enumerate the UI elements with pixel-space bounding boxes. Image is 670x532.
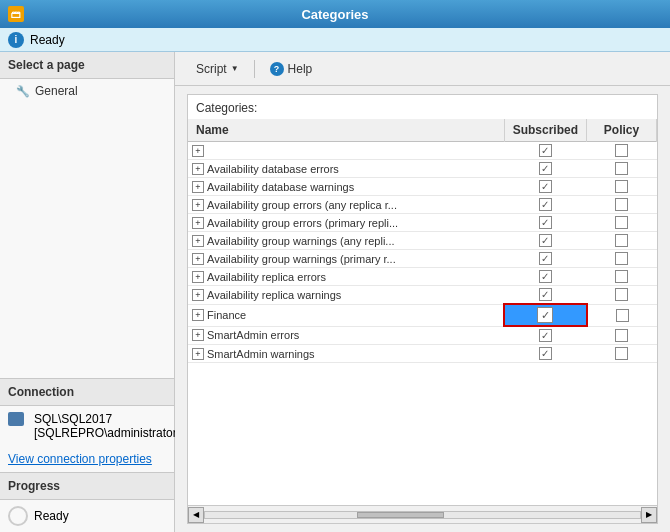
table-row: + [188, 142, 657, 160]
policy-checkbox[interactable] [615, 216, 628, 229]
scroll-right-button[interactable]: ▶ [641, 507, 657, 523]
row-policy-cell[interactable] [587, 345, 657, 363]
policy-checkbox[interactable] [616, 309, 629, 322]
subscribed-checkbox[interactable] [539, 198, 552, 211]
policy-checkbox[interactable] [615, 288, 628, 301]
table-row: +Availability database errors [188, 160, 657, 178]
row-subscribed-cell[interactable] [504, 160, 586, 178]
policy-checkbox[interactable] [615, 234, 628, 247]
expand-button[interactable]: + [192, 163, 204, 175]
scroll-thumb[interactable] [357, 512, 444, 518]
row-policy-cell[interactable] [587, 214, 657, 232]
expand-button[interactable]: + [192, 329, 204, 341]
row-policy-cell[interactable] [587, 268, 657, 286]
scroll-area: ◀ ▶ [188, 505, 657, 523]
policy-checkbox[interactable] [615, 162, 628, 175]
row-policy-cell[interactable] [587, 286, 657, 305]
row-policy-cell[interactable] [587, 250, 657, 268]
expand-button[interactable]: + [192, 348, 204, 360]
categories-data-table: Name Subscribed Policy ++Availability da… [188, 119, 657, 363]
row-policy-cell[interactable] [587, 304, 657, 326]
sidebar-item-label: General [35, 84, 78, 98]
row-name-cell: +Availability group warnings (any repli.… [188, 232, 504, 250]
server-instance: SQL\SQL2017 [34, 412, 180, 426]
row-subscribed-cell[interactable]: ✓ [504, 304, 586, 326]
table-row: +Availability replica warnings [188, 286, 657, 305]
row-name-text: Availability replica warnings [207, 289, 341, 301]
scroll-left-button[interactable]: ◀ [188, 507, 204, 523]
window-title: Categories [301, 7, 368, 22]
table-row: +Availability group warnings (any repli.… [188, 232, 657, 250]
row-subscribed-cell[interactable] [504, 345, 586, 363]
subscribed-checkbox[interactable] [539, 162, 552, 175]
progress-section: Progress Ready [0, 472, 174, 532]
view-connection-link[interactable]: View connection properties [0, 446, 174, 472]
row-policy-cell[interactable] [587, 326, 657, 345]
row-name-text: SmartAdmin warnings [207, 348, 315, 360]
categories-label: Categories: [188, 95, 657, 119]
row-policy-cell[interactable] [587, 196, 657, 214]
row-subscribed-cell[interactable] [504, 250, 586, 268]
expand-button[interactable]: + [192, 217, 204, 229]
expand-button[interactable]: + [192, 145, 204, 157]
subscribed-checkbox[interactable] [539, 180, 552, 193]
subscribed-checkbox[interactable] [539, 144, 552, 157]
row-subscribed-cell[interactable] [504, 196, 586, 214]
expand-button[interactable]: + [192, 199, 204, 211]
connection-title: Connection [0, 379, 174, 406]
subscribed-checkbox[interactable] [539, 329, 552, 342]
policy-checkbox[interactable] [615, 329, 628, 342]
sidebar-item-general[interactable]: 🔧 General [0, 79, 174, 103]
policy-checkbox[interactable] [615, 252, 628, 265]
table-row: +SmartAdmin warnings [188, 345, 657, 363]
title-bar: 🗃 Categories [0, 0, 670, 28]
row-policy-cell[interactable] [587, 142, 657, 160]
row-subscribed-cell[interactable] [504, 142, 586, 160]
row-name-cell: +Availability database errors [188, 160, 504, 178]
expand-button[interactable]: + [192, 181, 204, 193]
row-name-text: Availability group warnings (primary r..… [207, 253, 396, 265]
subscribed-checkbox[interactable] [539, 270, 552, 283]
policy-checkbox[interactable] [615, 198, 628, 211]
policy-checkbox[interactable] [615, 144, 628, 157]
expand-button[interactable]: + [192, 289, 204, 301]
table-row: +Finance✓ [188, 304, 657, 326]
expand-button[interactable]: + [192, 271, 204, 283]
help-button[interactable]: ? Help [261, 59, 322, 79]
script-button[interactable]: Script ▼ [187, 59, 248, 79]
row-subscribed-cell[interactable] [504, 214, 586, 232]
row-subscribed-cell[interactable] [504, 178, 586, 196]
policy-checkbox[interactable] [615, 347, 628, 360]
row-policy-cell[interactable] [587, 232, 657, 250]
expand-button[interactable]: + [192, 235, 204, 247]
row-policy-cell[interactable] [587, 178, 657, 196]
scroll-track[interactable] [204, 511, 641, 519]
row-name-cell: +Availability group errors (any replica … [188, 196, 504, 214]
col-subscribed-header: Subscribed [504, 119, 586, 142]
row-name-text: Availability database warnings [207, 181, 354, 193]
row-subscribed-cell[interactable] [504, 232, 586, 250]
row-subscribed-cell[interactable] [504, 286, 586, 305]
subscribed-checkbox[interactable] [539, 288, 552, 301]
policy-checkbox[interactable] [615, 180, 628, 193]
subscribed-checkbox[interactable] [539, 234, 552, 247]
col-name-header: Name [188, 119, 504, 142]
table-row: +Availability group warnings (primary r.… [188, 250, 657, 268]
row-subscribed-cell[interactable] [504, 268, 586, 286]
row-name-cell: +Availability group warnings (primary r.… [188, 250, 504, 268]
subscribed-checkbox[interactable] [539, 347, 552, 360]
policy-checkbox[interactable] [615, 270, 628, 283]
row-subscribed-cell[interactable] [504, 326, 586, 345]
connection-details: SQL\SQL2017 [SQLREPRO\administrator] [34, 412, 180, 440]
table-row: +Availability replica errors [188, 268, 657, 286]
table-row: +Availability group errors (primary repl… [188, 214, 657, 232]
categories-table[interactable]: Name Subscribed Policy ++Availability da… [188, 119, 657, 505]
finance-checkbox[interactable]: ✓ [537, 307, 553, 323]
subscribed-checkbox[interactable] [539, 216, 552, 229]
subscribed-checkbox[interactable] [539, 252, 552, 265]
expand-button[interactable]: + [192, 253, 204, 265]
row-policy-cell[interactable] [587, 160, 657, 178]
progress-info: Ready [0, 500, 174, 532]
expand-button[interactable]: + [192, 309, 204, 321]
server-icon [8, 412, 28, 432]
